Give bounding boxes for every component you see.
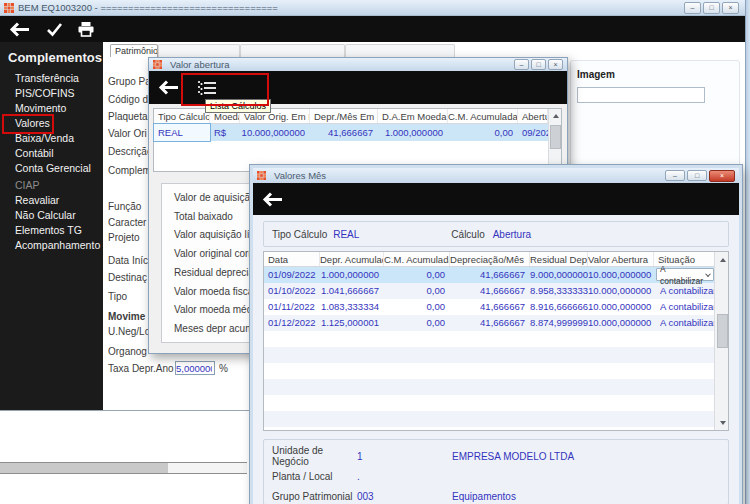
valor-abertura-title: Valor abertura bbox=[170, 59, 230, 70]
tab-hidden-2[interactable] bbox=[240, 44, 345, 57]
calculo-label: Cálculo bbox=[451, 229, 484, 240]
main-toolbar bbox=[0, 16, 745, 42]
table-row[interactable]: REAL R$ 10.000,000000 41,666667 1.000,00… bbox=[154, 124, 561, 141]
field-label: Data Iníc bbox=[108, 255, 148, 266]
column-header[interactable]: C.M. Acumulada bbox=[384, 252, 450, 266]
cell-depr-mes: 41,666667 bbox=[310, 124, 378, 141]
window-icon bbox=[257, 171, 266, 180]
cell-cm-acumulada: 0,00 bbox=[384, 267, 450, 283]
tipo-calculo-label: Tipo Cálculo bbox=[272, 229, 327, 240]
cell-residual: 8.916,666666 bbox=[530, 299, 588, 315]
horizontal-scrollbar-thumb[interactable] bbox=[0, 463, 168, 473]
scroll-up-icon[interactable] bbox=[717, 254, 728, 265]
cell-depr-acumulada: 1.000,000000 bbox=[320, 267, 384, 283]
field-label: Valor Ori bbox=[108, 128, 147, 139]
print-icon[interactable] bbox=[77, 21, 95, 37]
back-icon[interactable] bbox=[8, 21, 32, 38]
close-button[interactable]: × bbox=[709, 170, 735, 182]
maximize-button[interactable]: □ bbox=[687, 170, 707, 181]
maximize-button[interactable]: □ bbox=[703, 2, 720, 14]
calc-info-box: Tipo Cálculo REAL Cálculo Abertura bbox=[263, 221, 729, 247]
sidebar-item-contabil[interactable]: Contábil bbox=[0, 146, 103, 161]
tab-patrimonio[interactable]: Patrimônio bbox=[110, 44, 158, 57]
column-header[interactable]: Depr. Acumulada bbox=[320, 252, 384, 266]
cell-situacao: A contabilizar bbox=[654, 315, 716, 331]
calculo-value: Abertura bbox=[493, 229, 531, 240]
minimize-button[interactable]: – bbox=[514, 59, 529, 70]
cell-residual: 9.000,000000 bbox=[530, 267, 588, 283]
cell-valor-abertura: 10.000,000000 bbox=[588, 283, 654, 299]
field-label: U.Neg/Lo bbox=[108, 326, 150, 337]
column-header[interactable]: Depreciação/Mês bbox=[450, 252, 530, 266]
table-row[interactable]: 01/09/2022 1.000,000000 0,00 41,666667 9… bbox=[264, 267, 728, 283]
sidebar-item-elementos-tg[interactable]: Elementos TG bbox=[0, 223, 103, 238]
cell-depreciacao-mes: 41,666667 bbox=[450, 267, 530, 283]
cell-situacao: A contabilizar bbox=[654, 267, 716, 283]
minimize-button[interactable]: – bbox=[684, 2, 701, 14]
tab-hidden-1[interactable] bbox=[158, 44, 240, 57]
column-header[interactable]: Residual Depr. bbox=[530, 252, 588, 266]
imagem-label: Imagem bbox=[577, 69, 615, 80]
column-header[interactable]: D.A.Em Moeda bbox=[378, 109, 448, 123]
sidebar-header: Complementos bbox=[0, 42, 103, 71]
back-icon[interactable] bbox=[157, 79, 181, 96]
sidebar-item-reavaliar[interactable]: Reavaliar bbox=[0, 193, 103, 208]
column-header[interactable]: Data bbox=[264, 252, 320, 266]
minimize-button[interactable]: – bbox=[665, 170, 685, 181]
situacao-dropdown[interactable]: A contabilizar bbox=[656, 268, 714, 281]
column-header[interactable]: Tipo Cálculo bbox=[154, 109, 210, 123]
maximize-button[interactable]: □ bbox=[531, 59, 546, 70]
cell-abertura: 09/2022 bbox=[518, 124, 548, 141]
table-row[interactable]: 01/10/2022 1.041,666667 0,00 41,666667 8… bbox=[264, 283, 728, 299]
table-row[interactable]: 01/12/2022 1.125,000001 0,00 41,666667 8… bbox=[264, 315, 728, 331]
confirm-icon[interactable] bbox=[46, 22, 63, 37]
empty-row bbox=[264, 379, 728, 395]
empty-row bbox=[264, 411, 728, 427]
grupo-patrimonial-code: 003 bbox=[357, 491, 452, 502]
valores-mes-titlebar: Valores Mês – □ × bbox=[253, 168, 739, 183]
sidebar-item-conta-gerencial[interactable]: Conta Gerencial bbox=[0, 161, 103, 176]
sidebar-item-pis-cofins[interactable]: PIS/COFINS bbox=[0, 86, 103, 101]
scrollbar-thumb[interactable] bbox=[550, 125, 561, 149]
close-button[interactable]: × bbox=[722, 2, 739, 14]
cell-depr-acumulada: 1.041,666667 bbox=[320, 283, 384, 299]
taxa-depr-input[interactable] bbox=[175, 361, 215, 375]
valores-mes-window: Valores Mês – □ × Tipo Cálculo REAL Cálc… bbox=[250, 165, 742, 504]
valor-abertura-table: Tipo Cálculo Moeda Valor Orig. Em Moeda … bbox=[153, 108, 562, 172]
cell-situacao: A contabilizar bbox=[654, 299, 716, 315]
close-button[interactable]: × bbox=[548, 59, 563, 70]
info-row: Grupo Patrimonial 003 Equipamentos bbox=[272, 486, 728, 504]
cell-residual: 8.958,333333 bbox=[530, 283, 588, 299]
cell-da: 1.000,000000 bbox=[378, 124, 448, 141]
vertical-scrollbar[interactable] bbox=[548, 109, 561, 171]
imagem-input[interactable] bbox=[577, 87, 705, 103]
horizontal-scrollbar[interactable] bbox=[0, 462, 247, 474]
form-bottom-area bbox=[0, 410, 250, 504]
scroll-down-icon[interactable] bbox=[717, 417, 728, 428]
column-header[interactable]: Depr./Mês Em Moeda bbox=[310, 109, 378, 123]
highlight-lista-calculos-box bbox=[181, 73, 269, 106]
scroll-up-icon[interactable] bbox=[550, 110, 561, 121]
taxa-depr-label: Taxa Depr.Ano bbox=[108, 363, 174, 374]
table-row[interactable]: 01/11/2022 1.083,333334 0,00 41,666667 8… bbox=[264, 299, 728, 315]
empty-row bbox=[264, 427, 728, 431]
grupo-patrimonial-label: Grupo Patrimonial bbox=[272, 491, 357, 502]
cell-valor-abertura: 10.000,000000 bbox=[588, 299, 654, 315]
empty-row bbox=[264, 363, 728, 379]
column-header[interactable]: C.M. Acumulada bbox=[448, 109, 518, 123]
cell-cm-acumulada: 0,00 bbox=[384, 283, 450, 299]
vertical-scrollbar[interactable] bbox=[714, 252, 728, 430]
sidebar-item-acompanhamento[interactable]: Acompanhamento bbox=[0, 238, 103, 253]
asset-info-box: Unidade de Negócio 1 EMPRESA MODELO LTDA… bbox=[263, 439, 729, 504]
sidebar-item-transferencia[interactable]: Transferência bbox=[0, 71, 103, 86]
cell-depreciacao-mes: 41,666667 bbox=[450, 283, 530, 299]
cell-valor-orig: 10.000,000000 bbox=[240, 124, 310, 141]
tab-hidden-3[interactable] bbox=[345, 44, 455, 57]
back-icon[interactable] bbox=[261, 191, 285, 208]
column-header[interactable]: Abertura bbox=[518, 109, 548, 123]
column-header[interactable]: Valor Abertura bbox=[588, 252, 654, 266]
scrollbar-thumb[interactable] bbox=[717, 314, 728, 348]
sidebar-item-nao-calcular[interactable]: Não Calcular bbox=[0, 208, 103, 223]
cell-tipo-calculo: REAL bbox=[154, 124, 210, 141]
planta-local-label: Planta / Local bbox=[272, 471, 357, 482]
